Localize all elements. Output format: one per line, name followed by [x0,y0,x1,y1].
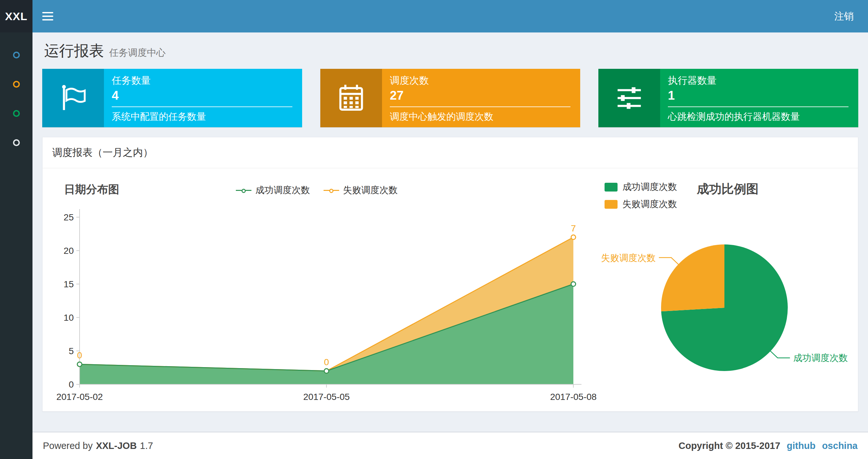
copyright-text: Copyright © 2015-2017 [679,440,780,451]
circle-icon [13,81,20,88]
powered-by: Powered by XXL-JOB 1.7 [43,440,153,451]
legend-label: 失败调度次数 [343,184,398,196]
line-chart-region: 日期分布图 成功调度次数 失败调度次数 [47,173,586,405]
content-area: 运行报表 任务调度中心 任务数量 [32,32,868,459]
legend-item-fail[interactable]: 失败调度次数 [323,184,398,196]
ring-icon [242,189,246,193]
legend-label: 成功调度次数 [622,181,677,193]
info-box-description: 心跳检测成功的执行器机器数量 [668,110,848,123]
page-title: 运行报表 [44,41,104,61]
pie-chart-title: 成功比例图 [697,181,758,197]
info-box-value: 27 [390,89,570,103]
svg-text:2017-05-05: 2017-05-05 [303,392,349,402]
panel-title: 调度报表（一月之内） [42,137,858,168]
app-window: XXL 注销 运行报表 任务调度中心 [0,0,868,459]
svg-text:0: 0 [77,350,82,360]
line-chart-title: 日期分布图 [64,182,119,197]
app-logo[interactable]: XXL [0,0,32,32]
line-chart: 05101520252017-05-022017-05-052017-05-08… [47,194,586,409]
svg-text:成功调度次数: 成功调度次数 [793,353,848,363]
info-box-description: 调度中心触发的调度次数 [390,110,570,123]
legend-swatch-icon [604,200,618,209]
circle-icon [13,52,20,59]
divider [112,106,292,107]
version-text: 1.7 [140,440,153,451]
pie-chart-legend: 成功调度次数 失败调度次数 [604,181,677,210]
panel-body: 日期分布图 成功调度次数 失败调度次数 [42,168,858,411]
legend-item-fail[interactable]: 失败调度次数 [604,198,677,210]
line-marker-icon [236,190,251,191]
line-marker-icon [323,190,339,191]
legend-label: 失败调度次数 [622,198,677,210]
brand-name: XXL-JOB [96,440,137,451]
sidebar-item-run-report[interactable] [0,40,32,69]
info-box-content: 任务数量 4 系统中配置的任务数量 [104,69,302,127]
github-link[interactable]: github [787,440,816,451]
info-box-content: 调度次数 27 调度中心触发的调度次数 [382,69,580,127]
svg-text:失败调度次数: 失败调度次数 [601,253,655,263]
info-box-content: 执行器数量 1 心跳检测成功的执行器机器数量 [660,69,858,127]
oschina-link[interactable]: oschina [822,440,858,451]
page-subtitle: 任务调度中心 [109,46,166,59]
svg-text:2017-05-02: 2017-05-02 [56,392,103,402]
info-box-label: 调度次数 [390,74,570,87]
svg-text:0: 0 [324,357,329,367]
info-box-label: 任务数量 [112,74,292,87]
copyright-links: Copyright © 2015-2017 github oschina [679,440,858,451]
legend-item-success[interactable]: 成功调度次数 [236,184,310,196]
calendar-icon [320,69,382,127]
info-box-trigger-count: 调度次数 27 调度中心触发的调度次数 [320,69,580,127]
sidebar-toggle-button[interactable] [32,0,63,32]
sidebar-item-help[interactable] [0,128,32,157]
sidebar-item-dispatch-log[interactable] [0,99,32,128]
legend-item-success[interactable]: 成功调度次数 [604,181,677,193]
hamburger-icon [42,19,53,21]
page-header: 运行报表 任务调度中心 [44,41,856,61]
hamburger-icon [42,15,53,17]
svg-text:15: 15 [64,279,74,289]
line-chart-legend: 成功调度次数 失败调度次数 [236,184,398,196]
info-box-description: 系统中配置的任务数量 [112,110,292,123]
info-box-value: 4 [112,89,292,103]
main-content: 运行报表 任务调度中心 任务数量 [32,32,868,432]
legend-swatch-icon [604,183,618,192]
divider [668,106,848,107]
circle-icon [13,110,20,117]
logout-link[interactable]: 注销 [820,0,868,32]
svg-text:20: 20 [64,246,74,256]
legend-label: 成功调度次数 [255,184,310,196]
sidebar [0,32,32,459]
top-navbar: XXL 注销 [0,0,868,32]
divider [390,106,570,107]
sidebar-item-job-manage[interactable] [0,69,32,99]
flag-icon [42,69,104,127]
footer: Powered by XXL-JOB 1.7 Copyright © 2015-… [32,432,868,459]
main-layout: 运行报表 任务调度中心 任务数量 [0,32,868,459]
pie-chart: 成功调度次数失败调度次数 [586,193,858,400]
svg-text:5: 5 [68,346,74,356]
ring-icon [330,189,334,193]
svg-text:7: 7 [571,223,576,233]
report-panel: 调度报表（一月之内） 日期分布图 成功调度次数 [42,137,858,412]
powered-by-text: Powered by [43,440,93,451]
sliders-icon [598,69,660,127]
svg-text:10: 10 [64,313,74,323]
hamburger-icon [42,12,53,13]
info-box-label: 执行器数量 [668,74,848,87]
svg-text:0: 0 [68,380,74,390]
info-box-executor-count: 执行器数量 1 心跳检测成功的执行器机器数量 [598,69,858,127]
summary-boxes: 任务数量 4 系统中配置的任务数量 [42,69,858,127]
info-box-job-count: 任务数量 4 系统中配置的任务数量 [42,69,302,127]
svg-text:25: 25 [64,212,74,222]
circle-icon [13,139,20,146]
info-box-value: 1 [668,89,848,103]
pie-chart-region: 成功调度次数 失败调度次数 成功比例图 成功调度次数失败调度次数 [586,173,855,405]
